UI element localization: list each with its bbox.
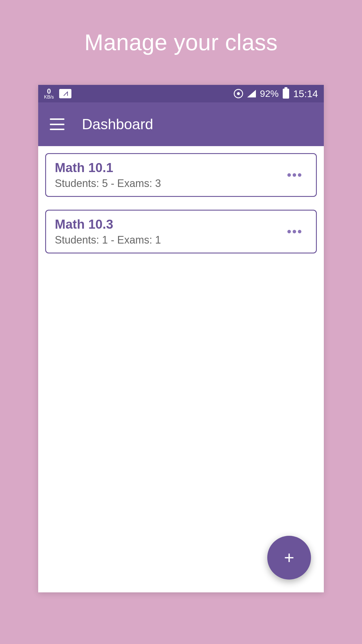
status-bar: 0 KB/s ⩘ 92% 15:14 [38, 85, 324, 102]
plus-icon: + [284, 549, 294, 566]
class-meta: Students: 5 - Exams: 3 [55, 177, 282, 190]
clock-time: 15:14 [293, 88, 318, 99]
network-speed-label: KB/s [44, 95, 54, 99]
sync-icon [234, 89, 243, 98]
page-title: Dashboard [82, 116, 153, 133]
network-speed-indicator: 0 KB/s [44, 88, 54, 99]
activity-icon: ⩘ [59, 89, 71, 98]
hamburger-menu-icon[interactable] [50, 118, 64, 130]
class-info: Math 10.1 Students: 5 - Exams: 3 [55, 160, 282, 190]
class-meta: Students: 1 - Exams: 1 [55, 234, 282, 246]
status-left: 0 KB/s ⩘ [44, 88, 71, 99]
class-title: Math 10.1 [55, 160, 282, 175]
class-card[interactable]: Math 10.1 Students: 5 - Exams: 3 [45, 153, 317, 197]
status-right: 92% 15:14 [234, 88, 318, 99]
promo-header: Manage your class [84, 29, 277, 56]
content-area: Math 10.1 Students: 5 - Exams: 3 Math 10… [38, 146, 324, 273]
add-class-button[interactable]: + [267, 536, 311, 580]
class-info: Math 10.3 Students: 1 - Exams: 1 [55, 217, 282, 246]
more-options-icon[interactable] [282, 167, 307, 183]
battery-percentage: 92% [260, 88, 279, 99]
more-options-icon[interactable] [282, 224, 307, 239]
battery-icon [283, 89, 289, 99]
phone-screen: 0 KB/s ⩘ 92% 15:14 Dashboard Math 10. [38, 85, 324, 592]
app-bar: Dashboard [38, 102, 324, 146]
class-title: Math 10.3 [55, 217, 282, 232]
network-speed-value: 0 [47, 88, 51, 95]
class-card[interactable]: Math 10.3 Students: 1 - Exams: 1 [45, 210, 317, 253]
signal-icon [247, 90, 256, 97]
